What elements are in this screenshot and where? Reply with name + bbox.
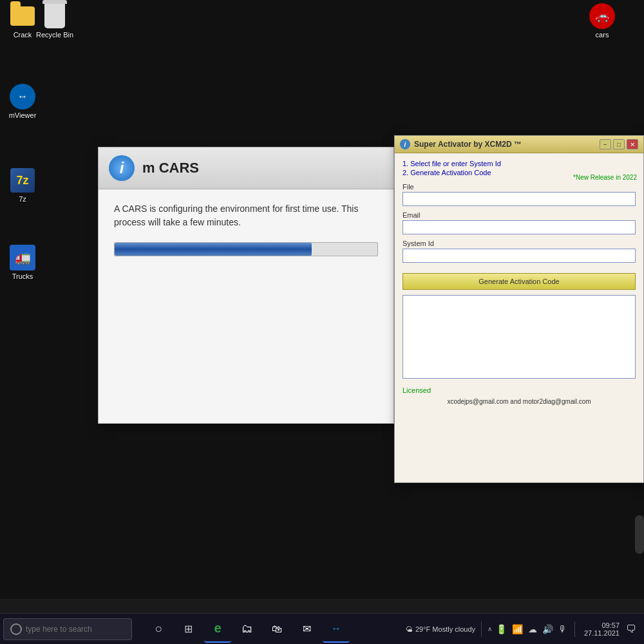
activator-title-text: Super Activator by XCM2D ™: [414, 140, 522, 149]
taskbar-explorer-button[interactable]: 🗂: [234, 616, 261, 643]
desktop: Crack Recycle Bin ↔ mViewer 7z 7z 🚛 Truc…: [0, 0, 644, 599]
tray-speaker-icon: 🔊: [541, 623, 554, 636]
contact-info: xcodejps@gmail.com and motor2diag@gmail.…: [402, 398, 636, 405]
activator-title-buttons: − □ ✕: [600, 139, 638, 149]
system-tray: ∧ 🔋 📶 ☁ 🔊 🎙: [488, 623, 569, 636]
recycle-bin-icon: [42, 3, 68, 29]
info-icon: i: [109, 155, 135, 181]
file-input[interactable]: [402, 192, 636, 206]
weather-icon: 🌤: [406, 625, 413, 633]
restore-button[interactable]: □: [613, 139, 625, 149]
taskbar-search-box[interactable]: [3, 618, 132, 640]
super-activator-dialog: i Super Activator by XCM2D ™ − □ ✕ *New …: [394, 135, 644, 483]
clock[interactable]: 09:57 27.11.2021: [581, 621, 620, 637]
activator-body: *New Release in 2022 1. Select file or e…: [395, 153, 643, 412]
search-input[interactable]: [26, 625, 122, 634]
desktop-icon-7zip[interactable]: 7z 7z: [0, 167, 45, 203]
cars-dialog-message: A CARS is configuring the environment fo…: [114, 202, 378, 229]
notifications-button[interactable]: 🗨: [623, 621, 639, 638]
tray-overflow-button[interactable]: ∧: [488, 625, 492, 632]
sevenz-icon: 7z: [10, 167, 35, 193]
cars-loading-dialog: i m CARS A CARS is configuring the envir…: [98, 147, 394, 424]
generate-activation-code-button[interactable]: Generate Activation Code: [402, 273, 636, 290]
taskbar-store-button[interactable]: 🛍: [263, 616, 290, 643]
email-input[interactable]: [402, 220, 636, 234]
file-field-group: File: [402, 183, 636, 206]
teamviewer-icon: ↔: [10, 84, 35, 109]
desktop-icon-cars[interactable]: 🚗 cars: [580, 3, 625, 39]
taskbar-teamviewer-button[interactable]: ↔: [323, 616, 350, 643]
sevenz-label: 7z: [19, 195, 26, 203]
taskbar-center-apps: ○ ⊞ e 🗂 🛍 ✉ ↔: [145, 616, 350, 643]
clock-date: 27.11.2021: [581, 629, 620, 637]
email-field-group: Email: [402, 211, 636, 234]
activator-title-left: i Super Activator by XCM2D ™: [400, 139, 522, 149]
recycle-label: Recycle Bin: [36, 31, 73, 39]
taskbar: ○ ⊞ e 🗂 🛍 ✉ ↔ 🌤 29°F Mostly cloudy ∧ 🔋 📶…: [0, 613, 644, 644]
cars-dialog-title: m CARS: [142, 160, 199, 176]
trucks-label: Trucks: [12, 272, 33, 280]
weather-widget[interactable]: 🌤 29°F Mostly cloudy: [406, 625, 475, 633]
tray-battery-icon: 🔋: [495, 623, 508, 636]
system-id-input[interactable]: [402, 249, 636, 263]
activation-code-output[interactable]: [402, 295, 636, 379]
file-label: File: [402, 183, 636, 191]
licensed-status: Licensed: [402, 386, 636, 394]
desktop-icon-trucks[interactable]: 🚛 Trucks: [0, 245, 45, 280]
cars-dialog-header: i m CARS: [99, 147, 393, 189]
crack-label: Crack: [14, 31, 32, 39]
cars-label: cars: [596, 31, 609, 39]
weather-text: 29°F Mostly cloudy: [415, 625, 475, 633]
email-label: Email: [402, 211, 636, 219]
taskbar-task-view-button[interactable]: ⊞: [175, 616, 202, 643]
new-release-badge: *New Release in 2022: [573, 174, 637, 181]
activator-app-icon: i: [400, 139, 410, 149]
clock-time: 09:57: [581, 621, 620, 629]
cars-tray-icon: 🚗: [589, 3, 615, 29]
scrollbar[interactable]: [635, 515, 644, 554]
progress-bar-fill: [115, 243, 312, 256]
taskbar-divider-2: [574, 621, 575, 637]
instruction-line-1: 1. Select file or enter System Id: [402, 160, 636, 167]
minimize-button[interactable]: −: [600, 139, 611, 149]
crack-icon: [10, 3, 35, 29]
system-id-label: System Id: [402, 240, 636, 247]
taskbar-mail-button[interactable]: ✉: [293, 616, 320, 643]
trucks-icon: 🚛: [10, 245, 35, 270]
tray-mic-icon: 🎙: [557, 623, 569, 636]
progress-bar-container: [114, 242, 378, 256]
taskbar-right: 🌤 29°F Mostly cloudy ∧ 🔋 📶 ☁ 🔊 🎙 09:57 2…: [406, 621, 644, 638]
tray-network-icon: 📶: [511, 623, 524, 636]
taskbar-divider-1: [481, 621, 482, 637]
tray-cloud-icon: ☁: [527, 623, 538, 636]
search-circle-icon: [10, 623, 22, 635]
desktop-icon-teamviewer[interactable]: ↔ mViewer: [0, 84, 45, 119]
taskbar-edge-button[interactable]: e: [204, 616, 231, 643]
teamviewer-label: mViewer: [9, 111, 37, 119]
cars-dialog-body: A CARS is configuring the environment fo…: [99, 189, 393, 269]
close-button[interactable]: ✕: [627, 139, 638, 149]
desktop-icon-recycle[interactable]: Recycle Bin: [32, 3, 77, 39]
taskbar-search-button[interactable]: ○: [145, 616, 172, 643]
activator-titlebar: i Super Activator by XCM2D ™ − □ ✕: [395, 136, 643, 153]
system-id-field-group: System Id: [402, 240, 636, 263]
